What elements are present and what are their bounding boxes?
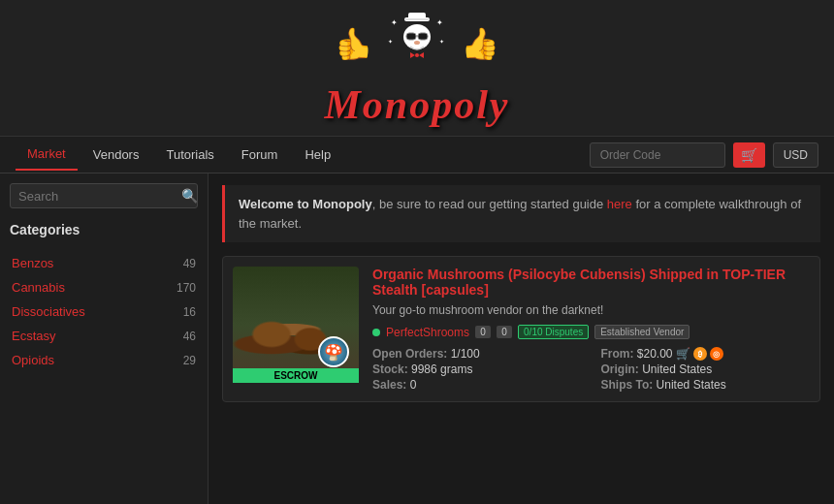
nav-help[interactable]: Help [293,140,342,170]
currency-button[interactable]: USD [773,142,818,168]
open-orders-value: 1/100 [451,347,480,361]
product-details: Open Orders: 1/100 From: $20.00 🛒 ₿ ◎ [372,347,810,392]
established-vendor-badge: Established Vendor [594,325,690,339]
category-benzos[interactable]: Benzos 49 [10,251,198,275]
stock-label: Stock: [372,362,411,376]
category-cannabis-count: 170 [176,281,196,295]
ships-to-value: United States [657,378,726,392]
category-opioids-count: 29 [183,354,196,367]
svg-marker-9 [419,52,424,58]
open-orders-row: Open Orders: 1/100 [372,347,582,361]
stock-row: Stock: 9986 grams [372,362,582,376]
product-description: Your go-to mushroom vendor on the darkne… [372,303,810,317]
nav-tutorials[interactable]: Tutorials [154,140,225,170]
price-icons: 🛒 ₿ ◎ [676,347,723,361]
vendor-badge-1: 0 [497,326,512,338]
category-dissociatives-count: 16 [183,305,196,319]
logo-text: Monopoly [324,81,509,128]
origin-row: Origin: United States [601,362,811,376]
vendor-badge-0: 0 [475,326,491,338]
content-area: Welcome to Monopoly, be sure to read our… [208,173,834,504]
thumb-left-icon: 👍 [335,25,373,62]
category-benzos-count: 49 [183,257,196,270]
sales-row: Sales: 0 [372,378,582,392]
disputes-badge: 0/10 Disputes [518,325,589,339]
navigation: Market Vendors Tutorials Forum Help 🛒 US… [0,137,834,173]
sales-value: 0 [410,378,417,392]
cart-button[interactable]: 🛒 [733,142,765,168]
product-image-wrap: 🍄 ESCROW [233,267,359,383]
from-row: From: $20.00 🛒 ₿ ◎ [601,347,811,361]
nav-links: Market Vendors Tutorials Forum Help [16,139,590,171]
cart-small-icon: 🛒 [676,347,690,361]
category-benzos-name: Benzos [12,256,53,270]
svg-rect-5 [418,33,428,40]
category-dissociatives-name: Dissociatives [12,304,85,319]
svg-text:✦: ✦ [436,18,443,27]
logo-container: 👍 [324,10,509,128]
svg-point-10 [415,53,419,57]
from-value: $20.00 [637,347,673,361]
escrow-badge: ESCROW [233,368,359,383]
thumb-right-icon: 👍 [461,25,499,62]
origin-label: Origin: [601,362,643,376]
svg-marker-8 [410,52,415,58]
main-content: 🔍 Categories Benzos 49 Cannabis 170 Diss… [0,173,834,504]
nav-right: 🛒 USD [590,142,818,168]
welcome-middle: , be sure to read our getting started gu… [372,197,607,211]
nav-market[interactable]: Market [16,139,78,171]
product-title[interactable]: Organic Mushrooms (Psilocybe Cubensis) S… [372,267,810,298]
origin-value: United States [642,362,712,376]
svg-point-7 [414,41,420,45]
category-dissociatives[interactable]: Dissociatives 16 [10,299,198,324]
nav-vendors[interactable]: Vendors [81,140,151,170]
category-cannabis-name: Cannabis [12,280,65,295]
ships-to-row: Ships To: United States [601,378,811,392]
category-ecstasy-name: Ecstasy [12,329,56,343]
header: 👍 [0,0,834,137]
mascot-svg: ✦ ✦ ✦ ✦ [383,10,451,78]
svg-text:✦: ✦ [391,18,398,27]
category-cannabis[interactable]: Cannabis 170 [10,275,198,299]
category-ecstasy-count: 46 [183,330,196,343]
welcome-link[interactable]: here [607,197,632,211]
product-image: 🍄 [233,267,359,383]
mushroom-icon: 🍄 [318,336,349,367]
from-label: From: [601,347,637,361]
welcome-brand: Welcome to Monopoly [239,197,372,211]
svg-text:✦: ✦ [439,39,444,45]
xmr-icon: ◎ [710,347,723,361]
btc-icon: ₿ [693,347,707,361]
open-orders-label: Open Orders: [372,347,451,361]
product-info: Organic Mushrooms (Psilocybe Cubensis) S… [372,267,810,392]
svg-rect-2 [405,18,429,20]
welcome-banner: Welcome to Monopoly, be sure to read our… [222,185,820,242]
stock-value: 9986 grams [411,362,472,376]
categories-title: Categories [10,222,198,241]
category-opioids-name: Opioids [12,353,54,367]
vendor-name[interactable]: PerfectShrooms [386,326,469,339]
search-icon[interactable]: 🔍 [181,188,198,204]
category-opioids[interactable]: Opioids 29 [10,348,198,372]
sales-label: Sales: [372,378,410,392]
ships-to-label: Ships To: [601,378,657,392]
product-card: 🍄 ESCROW Organic Mushrooms (Psilocybe Cu… [222,256,820,402]
search-input[interactable] [18,189,181,204]
nav-forum[interactable]: Forum [230,140,290,170]
category-ecstasy[interactable]: Ecstasy 46 [10,324,198,348]
order-code-input[interactable] [590,142,725,168]
search-box: 🔍 [10,183,198,208]
sidebar: 🔍 Categories Benzos 49 Cannabis 170 Diss… [0,173,208,504]
logo-mascot: 👍 [324,10,509,78]
svg-text:✦: ✦ [388,39,393,45]
vendor-online-dot [372,329,380,336]
svg-rect-4 [406,33,416,40]
vendor-row: PerfectShrooms 0 0 0/10 Disputes Establi… [372,325,810,339]
